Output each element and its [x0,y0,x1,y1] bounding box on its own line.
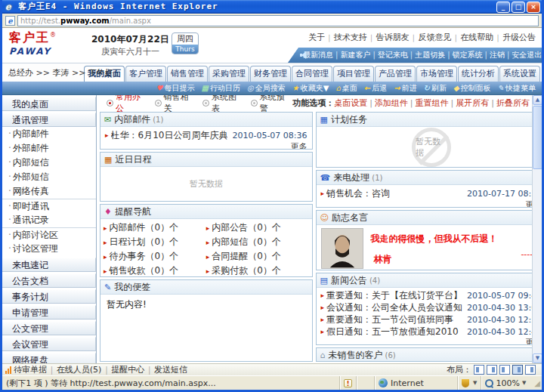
toolbar-global-search[interactable]: ◎全局搜索 [247,83,286,94]
news-item[interactable]: ▸ 假日通知：五一节放假通知2010 2010-04-30 12:49 [321,326,542,338]
layout-option-3-icon[interactable] [499,365,510,375]
news-item[interactable]: ▸ 重要通知：五一节公司值班同事 2010-04-30 12:58 [321,313,542,326]
mail-item[interactable]: ▸ 杜华：6月10日公司周年庆典 2010-05-07 08:36 [105,128,308,142]
radio-common-office[interactable] [107,100,113,106]
close-button[interactable]: × [527,2,540,13]
sidebar-item-internal-sms[interactable]: 内部短信 [2,156,96,170]
call-item[interactable]: ▸ 销售机会：咨询 2010-07-17 08:34 [321,187,542,200]
toolbar-daily-tip[interactable]: ♥每日提示 [156,83,195,94]
sidebar-header-meetings[interactable]: 会议管理 [2,337,96,351]
toolbar-forward[interactable]: →前进 [394,83,416,94]
link-collapse-all[interactable]: 折叠所有 [496,98,530,108]
toolbar-quick-menu[interactable]: ✎快捷菜单 [498,83,536,94]
panel-quotes-header[interactable]: ☺ 励志名言 [317,211,542,225]
radio-system-charts[interactable] [202,100,209,106]
tab-customer-mgmt[interactable]: 客户管理 [125,66,166,82]
reminder-sales-receipts[interactable]: ▸销售收款（0）个 [104,264,206,277]
scrollbar-up-button[interactable]: ▲ [533,95,542,105]
link-reset-widgets[interactable]: 重置组件 [416,98,456,108]
toolbar-refresh[interactable]: ↻刷新 [424,83,447,94]
scrollbar-thumb[interactable] [533,106,542,169]
tab-product-mgmt[interactable]: 产品管理 [375,66,416,82]
quick-link-logout[interactable]: 注销 [490,50,512,60]
sidebar-item-external-sms[interactable]: 外部短信 [2,170,96,184]
sidebar-header-task-plans[interactable]: 事务计划 [2,289,96,304]
toolbar-control-panel[interactable]: ◆控制面板 [453,83,491,94]
minimize-button[interactable]: _ [496,2,510,13]
reminder-todo-tasks[interactable]: ▸待办事务（0）个 [104,249,206,264]
top-link-tell-friend[interactable]: 告诉朋友 [376,32,419,42]
toolbar-action-calendar[interactable]: ▦行动日历 [202,83,240,94]
sidebar-item-external-mail[interactable]: 外部邮件 [2,141,96,156]
quick-link-lock-system[interactable]: 锁定系统 [453,50,490,60]
sidebar-header-call-notes[interactable]: 来电速记 [2,258,96,272]
link-reminder-center[interactable]: 提醒中心 [111,365,154,375]
layout-option-2-icon[interactable] [487,365,497,375]
link-online-users[interactable]: 在线人员(5) [57,365,111,375]
top-link-upgrade-notice[interactable]: 升级公告 [502,32,536,42]
sidebar-header-my-desktop[interactable]: 我的桌面 [2,97,96,111]
zoom-control[interactable]: 100%▼ [481,376,530,390]
toolbar-desktop[interactable]: ⌂桌面 [335,83,357,94]
top-link-about[interactable]: 关于 [308,32,334,42]
tab-finance-mgmt[interactable]: 财务管理 [250,66,291,82]
sidebar-item-instant-messaging[interactable]: 即时通讯 [2,199,96,213]
top-link-feedback[interactable]: 反馈意见 [418,32,460,42]
link-expand-all[interactable]: 展开所有 [456,98,496,108]
layout-option-1-icon[interactable] [474,365,484,375]
toolbar-back[interactable]: ←后退 [364,83,387,94]
maximize-button[interactable]: □ [512,2,525,13]
url-field[interactable]: http://test.pwway.com/main.aspx [17,15,539,26]
mail-more-link[interactable]: 更多 [105,142,308,149]
radio-system-alerts[interactable] [251,100,258,106]
sidebar-header-comm-mgmt[interactable]: 通讯管理 [2,113,96,127]
sidebar-item-forum-mgmt[interactable]: 讨论区管理 [2,242,96,256]
radio-sales-related[interactable] [155,100,162,106]
quick-link-latest-news[interactable]: 最新消息 [303,50,340,60]
sidebar-header-official-docs[interactable]: 公文管理 [2,321,96,335]
reminder-purchase-payments[interactable]: ▸采购付款（0）个 [206,264,309,277]
protected-mode-pane[interactable]: ▼ [457,376,481,390]
link-add-widget[interactable]: 添加组件 [375,98,416,108]
reminder-internal-sms[interactable]: ▸内部短信（0）个 [206,235,309,249]
reminder-internal-mail[interactable]: ▸内部邮件（0）个 [104,221,206,235]
reminder-schedule-plans[interactable]: ▸日程计划（0）个 [104,235,206,249]
sidebar-item-internal-forum[interactable]: 内部讨论区 [2,227,96,242]
layout-option-4-icon[interactable] [512,365,523,375]
link-desktop-settings[interactable]: 桌面设置 [334,98,375,108]
tab-sales-mgmt[interactable]: 销售管理 [167,66,208,82]
tab-purchase-mgmt[interactable]: 采购管理 [209,66,249,82]
link-send-sms[interactable]: 发送短信 [154,365,187,375]
call-more-link[interactable]: 更多 [321,200,542,207]
reminder-contract-alerts[interactable]: ▸合同提醒（0）个 [206,249,309,264]
resize-grip[interactable]: ◢ [530,379,542,387]
sidebar-header-network-disk[interactable]: 网络硬盘 [2,353,96,363]
tab-project-mgmt[interactable]: 项目管理 [333,66,374,82]
panel-my-notes-header[interactable]: ✎ 我的便签 [100,280,312,295]
panel-plan-tasks-header[interactable]: ▦ 计划任务 [317,113,542,127]
toolbar-favorites[interactable]: ★收藏夹▼ [292,83,329,94]
sidebar-item-comm-records[interactable]: 通讯记录 [2,213,96,227]
panel-unsold-customers-header[interactable]: ⌂ 未销售的客户(6) [317,348,542,362]
link-pending-documents[interactable]: 待审单据 [14,365,57,375]
tab-contract-mgmt[interactable]: 合同管理 [292,66,332,82]
quick-link-theme-switch[interactable]: 主题切换 [415,50,452,60]
top-link-online-help[interactable]: 在线帮助 [460,32,502,42]
panel-call-handling-header[interactable]: ☎ 来电处理(1) [317,171,542,185]
news-item[interactable]: ▸ 会议通知：公司全体人员会议通知 2010-04-30 13:08 [321,301,542,313]
sidebar-item-network-fax[interactable]: 网络传真 [2,184,96,199]
panel-reminder-nav-header[interactable]: ♦ 提醒导航 [100,205,312,219]
quick-link-safe-exit[interactable]: 安全退出 [512,50,542,60]
tab-stats-analysis[interactable]: 统计分析 [458,66,499,82]
sidebar-header-applications[interactable]: 申请管理 [2,305,96,319]
sidebar-header-announcement-docs[interactable]: 公告文档 [2,273,96,288]
panel-news-header[interactable]: ▤ 新闻公告(4) [317,273,542,288]
news-more-link[interactable]: 更多 [321,338,542,344]
layout-option-5-icon[interactable] [525,365,536,375]
scrollbar-down-button[interactable]: ▼ [533,353,542,363]
sidebar-item-internal-mail[interactable]: 内部邮件 [2,127,96,141]
top-link-tech-support[interactable]: 技术支持 [334,32,376,42]
quick-link-register-call[interactable]: 登记来电 [378,50,415,60]
tab-system-settings[interactable]: 系统设置 [499,66,540,82]
news-item[interactable]: ▸ 重要通知：关于【在线订货平台】 2010-05-07 09:45 [321,289,542,301]
